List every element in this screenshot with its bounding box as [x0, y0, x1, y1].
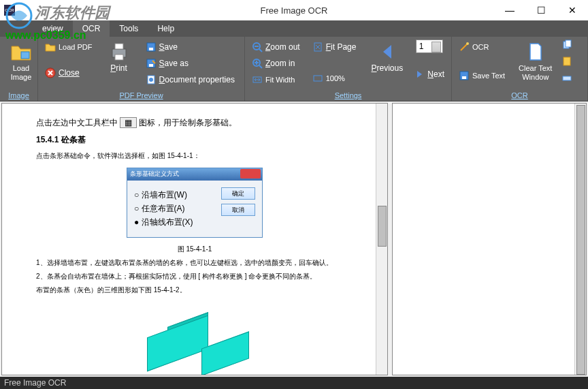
folder-pdf-icon [45, 42, 56, 52]
doc-heading: 15.4.1 砼条基 [36, 134, 353, 146]
close-button[interactable]: ✕ [557, 0, 588, 20]
left-scrollbar[interactable] [376, 104, 387, 375]
print-button[interactable]: Print [102, 40, 136, 74]
minimize-button[interactable]: — [494, 0, 525, 20]
statusbar: Free Image OCR [0, 377, 588, 389]
printer-icon [108, 41, 130, 63]
zoom-in-button[interactable]: Zoom in [249, 56, 303, 71]
fit-page-button[interactable]: Fit Page [310, 40, 359, 55]
save-button[interactable]: Save [143, 40, 238, 55]
fit-page-icon [312, 42, 323, 52]
folder-image-icon [10, 41, 32, 63]
right-scrollbar[interactable] [574, 104, 586, 375]
status-text: Free Image OCR [4, 378, 66, 388]
isometric-figure [127, 306, 263, 375]
wand-icon [459, 42, 470, 52]
document-blank-icon [525, 41, 546, 63]
menu-preview[interactable]: eview [33, 20, 73, 37]
arrow-right-icon [414, 69, 425, 80]
svg-point-17 [466, 42, 469, 45]
pdf-preview-pane: 点击左边中文工具栏中 ▦ 图标，用于绘制条形基础。 15.4.1 砼条基 点击条… [1, 103, 388, 375]
scrollbar-thumb[interactable] [378, 206, 387, 247]
window-title: Free Image OCR [261, 5, 328, 16]
ocr-button[interactable]: OCR [456, 40, 508, 55]
dialog-close-icon [240, 169, 261, 178]
ocr-text-pane[interactable] [392, 103, 587, 375]
load-pdf-button[interactable]: Load PDF [42, 40, 95, 55]
svg-rect-7 [149, 48, 153, 50]
titlebar: OCR Free Image OCR — ☐ ✕ [0, 0, 588, 20]
load-image-button[interactable]: Load Image [4, 40, 38, 83]
svg-rect-9 [149, 64, 153, 67]
menu-help[interactable]: Help [148, 20, 184, 37]
properties-icon [146, 74, 157, 85]
svg-rect-22 [564, 57, 570, 65]
close-pdf-button[interactable]: Close [42, 65, 95, 80]
svg-point-11 [149, 78, 153, 82]
save-as-icon [146, 58, 157, 69]
svg-rect-19 [462, 76, 466, 79]
save-icon [146, 42, 157, 52]
svg-rect-5 [115, 55, 123, 60]
save-text-icon [459, 70, 470, 81]
group-label-image[interactable]: Image [4, 90, 33, 99]
svg-rect-21 [566, 40, 571, 47]
menubar: eview OCR Tools Help [0, 20, 588, 37]
zoom-out-button[interactable]: Zoom out [249, 40, 303, 55]
group-label-settings[interactable]: Settings [249, 90, 447, 99]
group-label-pdf-preview[interactable]: PDF Preview [42, 90, 240, 99]
fit-width-button[interactable]: Fit Width [249, 72, 303, 87]
toolbar-icon-placeholder: ▦ [120, 117, 137, 128]
scrollbar-thumb[interactable] [576, 105, 585, 375]
zoom-100-icon [312, 73, 323, 84]
page-number-input[interactable]: 1 [416, 40, 443, 53]
previous-button[interactable]: Previous [368, 40, 406, 74]
menu-ocr[interactable]: OCR [73, 20, 110, 37]
load-image-label: Load Image [11, 64, 32, 82]
zoom-in-icon [252, 58, 263, 69]
clear-text-window-button[interactable]: Clear Text Window [514, 40, 556, 83]
svg-rect-4 [115, 44, 123, 49]
doc-properties-button[interactable]: Document properties [143, 72, 238, 87]
content-area: 点击左边中文工具栏中 ▦ 图标，用于绘制条形基础。 15.4.1 砼条基 点击条… [0, 102, 588, 377]
embedded-dialog-image: 条形基础定义方式 ○ 沿墙布置(W) ○ 任意布置(A) ● 沿轴线布置(X) … [127, 168, 263, 238]
app-icon: OCR [4, 5, 15, 16]
arrow-left-icon [376, 41, 398, 63]
svg-rect-16 [314, 76, 322, 81]
copy-icon[interactable] [561, 40, 572, 50]
close-circle-icon [45, 67, 56, 78]
next-button[interactable]: Next [411, 67, 447, 82]
svg-rect-23 [563, 76, 571, 80]
maximize-button[interactable]: ☐ [525, 0, 557, 20]
cut-icon[interactable] [561, 72, 572, 83]
zoom-out-icon [252, 42, 263, 52]
fit-width-icon [252, 74, 263, 85]
save-as-button[interactable]: Save as [143, 56, 238, 71]
save-text-button[interactable]: Save Text [456, 68, 508, 83]
ribbon: Load Image Image Load PDF Close Print [0, 37, 588, 102]
group-label-ocr[interactable]: OCR [456, 90, 583, 99]
zoom-100-button[interactable]: 100% [310, 71, 359, 86]
svg-rect-1 [21, 52, 29, 59]
menu-tools[interactable]: Tools [110, 20, 148, 37]
paste-icon[interactable] [561, 56, 572, 67]
